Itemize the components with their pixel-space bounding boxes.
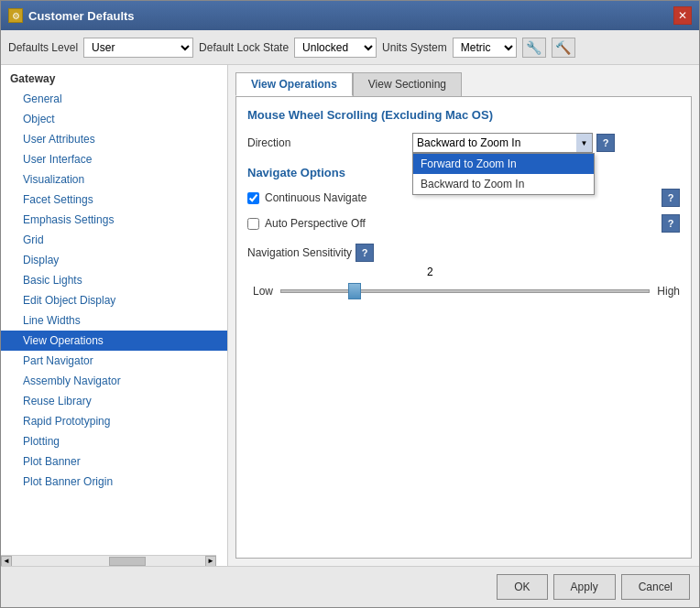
sidebar-hscrollbar: ◄ ► xyxy=(1,555,216,566)
lock-state-label: Default Lock State xyxy=(199,41,289,54)
auto-perspective-label: Auto Perspective Off xyxy=(265,217,366,230)
main-window: ⚙ Customer Defaults ✕ Defaults Level Use… xyxy=(0,0,700,608)
slider-track-wrapper[interactable] xyxy=(280,282,650,300)
sidebar-item-2[interactable]: User Attributes xyxy=(1,129,227,149)
lock-state-select[interactable]: Unlocked xyxy=(294,38,377,58)
slider-container: Low High xyxy=(253,282,680,300)
defaults-level-label: Defaults Level xyxy=(8,41,78,54)
sidebar-group-label: Gateway xyxy=(1,69,227,89)
tabs-container: View OperationsView Sectioning xyxy=(235,72,692,96)
icon-btn-1[interactable]: 🔧 xyxy=(522,38,546,58)
title-bar: ⚙ Customer Defaults ✕ xyxy=(1,1,699,30)
units-select[interactable]: Metric xyxy=(453,38,517,58)
ok-button[interactable]: OK xyxy=(497,574,547,600)
toolbar: Defaults Level User Default Lock State U… xyxy=(1,30,699,65)
close-button[interactable]: ✕ xyxy=(673,6,692,25)
direction-label: Direction xyxy=(247,136,412,149)
sidebar-item-15[interactable]: Reuse Library xyxy=(1,391,227,411)
sidebar-item-3[interactable]: User Interface xyxy=(1,149,227,169)
sidebar-item-4[interactable]: Visualization xyxy=(1,169,227,190)
sidebar-item-1[interactable]: Object xyxy=(1,109,227,129)
hscroll-track[interactable] xyxy=(12,556,205,567)
continuous-navigate-checkbox[interactable] xyxy=(247,192,259,204)
sidebar-item-16[interactable]: Rapid Prototyping xyxy=(1,411,227,431)
slider-thumb[interactable] xyxy=(348,283,361,299)
sidebar-item-6[interactable]: Emphasis Settings xyxy=(1,210,227,230)
sidebar-item-7[interactable]: Grid xyxy=(1,230,227,250)
slider-high-label: High xyxy=(657,285,680,298)
icon-btn-2[interactable]: 🔨 xyxy=(552,38,575,58)
sidebar-item-18[interactable]: Plot Banner xyxy=(1,451,227,472)
sensitivity-section: Navigation Sensitivity ? 2 Low xyxy=(247,244,680,300)
sidebar-item-5[interactable]: Facet Settings xyxy=(1,190,227,210)
navigate-options-title: Navigate Options xyxy=(247,166,345,179)
sidebar-item-19[interactable]: Plot Banner Origin xyxy=(1,472,227,492)
content-area: Gateway GeneralObjectUser AttributesUser… xyxy=(1,65,699,566)
sidebar-item-8[interactable]: Display xyxy=(1,250,227,270)
dropdown-option-1[interactable]: Backward to Zoom In xyxy=(413,174,594,194)
sidebar-item-17[interactable]: Plotting xyxy=(1,431,227,451)
sensitivity-label: Navigation Sensitivity xyxy=(247,246,352,259)
cancel-button[interactable]: Cancel xyxy=(621,574,690,600)
sidebar-item-12[interactable]: View Operations xyxy=(1,331,227,351)
direction-dropdown-arrow[interactable]: ▼ xyxy=(576,133,593,153)
window-title: Customer Defaults xyxy=(28,9,135,23)
slider-number: 2 xyxy=(427,266,680,278)
defaults-level-select[interactable]: User xyxy=(83,38,193,58)
direction-control: Backward to Zoom In Forward to Zoom In ▼… xyxy=(412,133,615,153)
button-bar: OK Apply Cancel xyxy=(1,566,699,607)
sidebar-item-0[interactable]: General xyxy=(1,89,227,109)
sensitivity-help[interactable]: ? xyxy=(355,244,374,262)
sensitivity-header: Navigation Sensitivity ? xyxy=(247,244,680,262)
direction-select[interactable]: Backward to Zoom In Forward to Zoom In xyxy=(412,133,577,153)
direction-row: Direction Backward to Zoom In Forward to… xyxy=(247,133,680,153)
auto-perspective-row: Auto Perspective Off ? xyxy=(247,214,680,233)
slider-low-label: Low xyxy=(253,285,273,298)
hscroll-left[interactable]: ◄ xyxy=(1,556,12,567)
auto-perspective-checkbox[interactable] xyxy=(247,218,259,230)
auto-perspective-help[interactable]: ? xyxy=(662,214,680,233)
panel-content: Mouse Wheel Scrolling (Excluding Mac OS)… xyxy=(235,96,692,559)
slider-value-display: 2 Low High xyxy=(253,266,680,300)
direction-dropdown-menu: Forward to Zoom InBackward to Zoom In xyxy=(412,153,595,195)
sidebar-item-11[interactable]: Line Widths xyxy=(1,310,227,331)
tab-1[interactable]: View Sectioning xyxy=(353,72,462,96)
sidebar-item-13[interactable]: Part Navigator xyxy=(1,351,227,371)
direction-help-btn[interactable]: ? xyxy=(596,134,615,152)
hscroll-right[interactable]: ► xyxy=(205,556,216,567)
sidebar-item-9[interactable]: Basic Lights xyxy=(1,270,227,290)
mouse-wheel-section-title: Mouse Wheel Scrolling (Excluding Mac OS) xyxy=(247,108,680,122)
continuous-navigate-label: Continuous Navigate xyxy=(265,191,366,204)
hscroll-thumb xyxy=(109,557,146,566)
dropdown-option-0[interactable]: Forward to Zoom In xyxy=(413,154,594,174)
sidebar-item-10[interactable]: Edit Object Display xyxy=(1,290,227,310)
sidebar: Gateway GeneralObjectUser AttributesUser… xyxy=(1,65,228,566)
sidebar-item-14[interactable]: Assembly Navigator xyxy=(1,371,227,391)
continuous-navigate-help[interactable]: ? xyxy=(662,189,680,207)
tab-0[interactable]: View Operations xyxy=(235,72,353,96)
apply-button[interactable]: Apply xyxy=(553,574,616,600)
slider-track[interactable] xyxy=(280,289,650,293)
units-label: Units System xyxy=(382,41,447,54)
window-icon: ⚙ xyxy=(8,8,23,23)
title-bar-left: ⚙ Customer Defaults xyxy=(8,8,135,23)
main-panel: View OperationsView Sectioning Mouse Whe… xyxy=(228,65,699,566)
sidebar-inner: Gateway GeneralObjectUser AttributesUser… xyxy=(1,65,227,495)
